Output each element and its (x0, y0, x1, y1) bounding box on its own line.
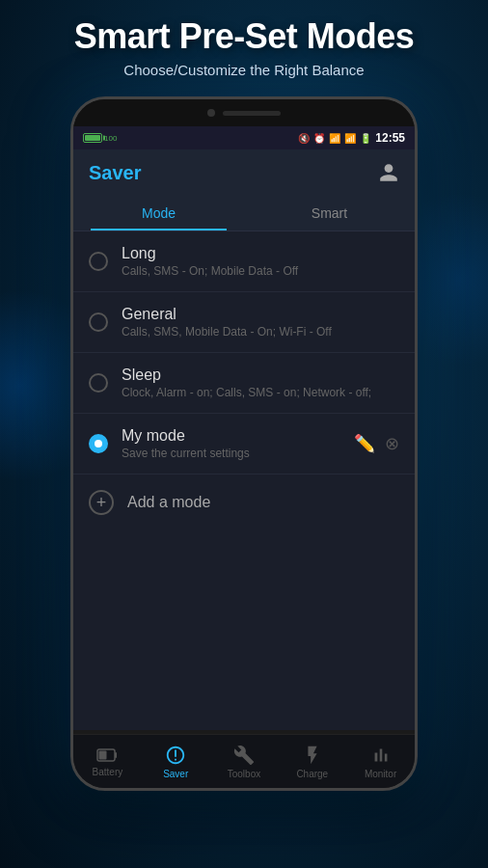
status-time: 12:55 (375, 131, 405, 145)
radio-sleep[interactable] (89, 373, 108, 393)
page-title: Smart Pre-Set Modes (19, 17, 469, 56)
mode-info-sleep: Sleep Clock, Alarm - on; Calls, SMS - on… (122, 366, 399, 399)
nav-label-battery: Battery (93, 767, 123, 777)
mode-desc-sleep: Clock, Alarm - on; Calls, SMS - on; Netw… (122, 386, 399, 399)
mode-name-sleep: Sleep (122, 366, 399, 384)
toolbox-nav-icon (233, 745, 255, 766)
bottom-nav: Battery Saver Toolbox Charge Monitor (73, 734, 415, 788)
mode-desc-mymode: Save the current settings (122, 447, 354, 460)
radio-general[interactable] (89, 312, 108, 332)
nav-toolbox[interactable]: Toolbox (210, 745, 279, 779)
mute-icon: 🔇 (298, 133, 310, 144)
nav-monitor[interactable]: Monitor (346, 745, 415, 779)
status-bar: 100 🔇 ⏰ 📶 📶 🔋 12:55 (73, 126, 415, 149)
mode-list: Long Calls, SMS - On; Mobile Data - Off … (73, 231, 415, 730)
charge-nav-icon (302, 745, 323, 766)
alarm-icon: ⏰ (313, 133, 325, 144)
mode-item-general[interactable]: General Calls, SMS, Mobile Data - On; Wi… (73, 292, 415, 353)
mode-desc-general: Calls, SMS, Mobile Data - On; Wi-Fi - Of… (122, 325, 399, 339)
mode-desc-long: Calls, SMS - On; Mobile Data - Off (122, 264, 399, 278)
svg-rect-2 (115, 752, 117, 758)
mode-info-mymode: My mode Save the current settings (122, 427, 354, 460)
mode-name-long: Long (122, 245, 399, 262)
delete-icon[interactable]: ⊗ (385, 433, 399, 454)
battery-fill (85, 135, 100, 141)
battery-nav-icon (96, 746, 118, 764)
status-right: 🔇 ⏰ 📶 📶 🔋 12:55 (298, 131, 405, 145)
tabs: Mode Smart (73, 196, 415, 231)
svg-rect-1 (99, 750, 107, 759)
status-battery-icon (83, 133, 102, 143)
radio-long[interactable] (89, 252, 108, 271)
mode-info-general: General Calls, SMS, Mobile Data - On; Wi… (122, 306, 399, 339)
monitor-nav-icon (370, 745, 392, 766)
mode-info-long: Long Calls, SMS - On; Mobile Data - Off (122, 245, 399, 278)
phone-top-bar (73, 99, 415, 126)
app-bar: Saver (73, 149, 415, 196)
status-left: 100 (83, 133, 117, 143)
mode-item-sleep[interactable]: Sleep Clock, Alarm - on; Calls, SMS - on… (73, 353, 415, 414)
nav-label-saver: Saver (163, 769, 188, 779)
battery-status-icon: 🔋 (360, 133, 371, 144)
saver-nav-icon (165, 745, 186, 766)
mode-name-general: General (122, 306, 399, 323)
nav-label-monitor: Monitor (365, 769, 396, 779)
nav-label-toolbox: Toolbox (228, 769, 260, 779)
nav-charge[interactable]: Charge (278, 745, 346, 779)
phone-camera (207, 109, 215, 117)
edit-icon[interactable]: ✏️ (354, 433, 375, 454)
mode-item-mymode[interactable]: My mode Save the current settings ✏️ ⊗ (73, 414, 415, 475)
header: Smart Pre-Set Modes Choose/Customize the… (0, 0, 488, 88)
wifi-icon: 📶 (329, 133, 340, 144)
nav-label-charge: Charge (296, 769, 328, 779)
mode-name-mymode: My mode (122, 427, 354, 445)
profile-icon[interactable] (378, 162, 399, 183)
nav-saver[interactable]: Saver (142, 745, 210, 779)
battery-percent: 100 (104, 134, 117, 143)
phone-speaker (223, 111, 281, 116)
tab-mode[interactable]: Mode (73, 196, 244, 231)
mymode-actions: ✏️ ⊗ (354, 433, 399, 454)
add-circle-icon: + (89, 490, 114, 515)
nav-battery[interactable]: Battery (73, 746, 142, 777)
signal-icon: 📶 (344, 133, 356, 144)
phone-frame: 100 🔇 ⏰ 📶 📶 🔋 12:55 Saver Mode Smart (70, 96, 418, 791)
mode-item-long[interactable]: Long Calls, SMS - On; Mobile Data - Off (73, 231, 415, 292)
radio-mymode[interactable] (89, 434, 108, 453)
app-title: Saver (89, 162, 142, 184)
add-mode-label: Add a mode (127, 494, 210, 511)
add-mode-item[interactable]: + Add a mode (73, 475, 415, 530)
page-subtitle: Choose/Customize the Right Balance (19, 62, 469, 78)
tab-smart[interactable]: Smart (244, 196, 415, 231)
